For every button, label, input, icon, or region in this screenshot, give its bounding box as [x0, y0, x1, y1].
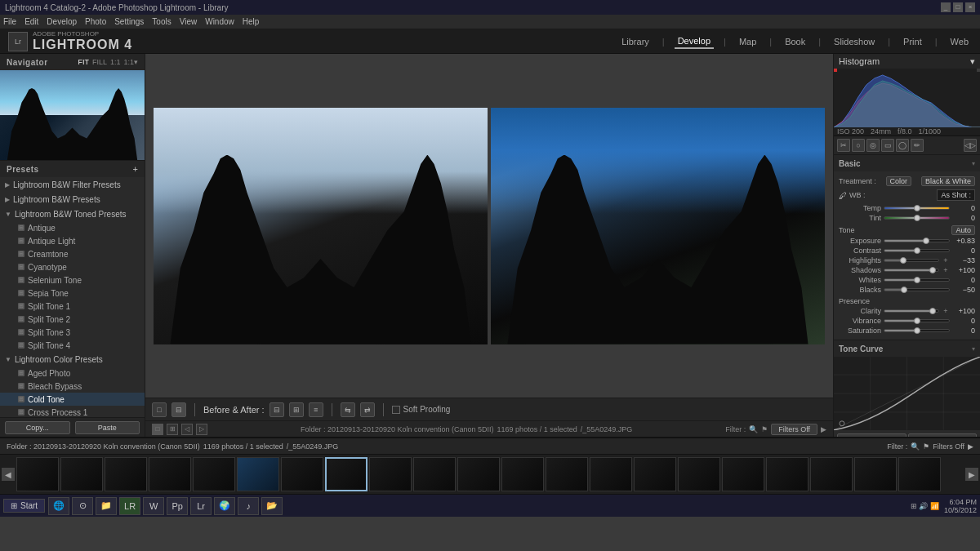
- menu-photo[interactable]: Photo: [85, 17, 106, 26]
- wb-eyedropper-icon[interactable]: 🖊: [839, 191, 847, 200]
- before-after-view-btn[interactable]: ◁▷: [964, 139, 977, 152]
- soft-proofing-toggle[interactable]: Soft Proofing: [392, 405, 451, 414]
- preset-group-header-color[interactable]: ▼ Lightroom Color Presets: [0, 352, 145, 367]
- tone-curve-canvas[interactable]: [834, 357, 980, 430]
- menu-view[interactable]: View: [180, 17, 198, 26]
- filmstrip-thumb-9[interactable]: [369, 457, 412, 491]
- presets-add-btn[interactable]: +: [133, 164, 138, 174]
- whites-thumb[interactable]: [914, 277, 920, 283]
- preset-item-bleach-bypass[interactable]: ⊞Bleach Bypass: [0, 380, 145, 393]
- color-btn[interactable]: Color: [886, 176, 912, 186]
- filmstrip-thumb-17[interactable]: [722, 457, 764, 491]
- shadows-thumb[interactable]: [929, 267, 936, 273]
- preset-item-selenium-tone[interactable]: ⊞Selenium Tone: [0, 273, 145, 287]
- loupe-view-btn[interactable]: □: [152, 402, 167, 417]
- tab-slideshow[interactable]: Slideshow: [831, 35, 878, 48]
- copy-button[interactable]: Copy...: [5, 421, 70, 434]
- menu-settings[interactable]: Settings: [114, 17, 144, 26]
- preset-item-cyanotype[interactable]: ⊞Cyanotype: [0, 260, 145, 273]
- before-after-btn-2[interactable]: ⊞: [289, 402, 304, 417]
- navigator-header[interactable]: Navigator FIT FILL 1:1 1:1▾: [0, 54, 145, 70]
- temp-track[interactable]: [884, 207, 950, 210]
- before-photo[interactable]: [154, 108, 488, 344]
- previous-button[interactable]: Previous: [837, 433, 906, 437]
- menu-window[interactable]: Window: [205, 17, 234, 26]
- maximize-btn[interactable]: □: [953, 2, 963, 12]
- menu-tools[interactable]: Tools: [152, 17, 171, 26]
- menu-help[interactable]: Help: [243, 17, 260, 26]
- filmstrip-thumb-15[interactable]: [634, 457, 676, 491]
- taskbar-icon-folder2[interactable]: 📂: [261, 497, 283, 515]
- filmstrip-thumb-21[interactable]: [898, 457, 941, 491]
- preset-group-header-bw-filter[interactable]: ▶ Lightroom B&W Filter Presets: [0, 177, 145, 192]
- filmstrip-thumb-12[interactable]: [501, 457, 544, 491]
- filmstrip-thumb-8[interactable]: [325, 457, 368, 491]
- filter-flag-icon[interactable]: ⚑: [761, 425, 768, 433]
- before-after-btn-3[interactable]: ≡: [309, 402, 323, 417]
- filmstrip-thumb-6[interactable]: [237, 457, 279, 491]
- fit-btn[interactable]: FIT: [78, 58, 89, 66]
- tint-track[interactable]: [884, 216, 950, 220]
- preset-item-split-tone-4[interactable]: ⊞Split Tone 4: [0, 339, 145, 352]
- presets-header[interactable]: Presets +: [0, 161, 145, 177]
- clarity-thumb[interactable]: [929, 308, 936, 314]
- highlights-track[interactable]: [884, 259, 939, 262]
- filmstrip-next-arrow[interactable]: ▶: [965, 468, 978, 481]
- reset-button[interactable]: Reset: [908, 433, 978, 437]
- preset-item-cross-process-1[interactable]: ⊞Cross Process 1: [0, 406, 145, 417]
- filmstrip-thumb-16[interactable]: [678, 457, 720, 491]
- view-prev-btn[interactable]: ◁: [181, 424, 193, 435]
- bw-btn[interactable]: Black & White: [921, 176, 975, 186]
- filmstrip-thumb-7[interactable]: [281, 457, 323, 491]
- vibrance-thumb[interactable]: [914, 318, 920, 324]
- highlights-thumb[interactable]: [900, 257, 906, 264]
- contrast-track[interactable]: [884, 249, 950, 252]
- blacks-thumb[interactable]: [901, 287, 907, 293]
- preset-item-antique-light[interactable]: ⊞Antique Light: [0, 234, 145, 247]
- taskbar-icon-lr2[interactable]: Lr: [190, 497, 212, 515]
- navigator-thumbnail[interactable]: [0, 70, 145, 160]
- spot-removal-tool[interactable]: ○: [852, 139, 865, 152]
- tab-web[interactable]: Web: [947, 35, 972, 48]
- filmstrip-thumb-11[interactable]: [457, 457, 500, 491]
- grad-filter-tool[interactable]: ▭: [881, 139, 894, 152]
- menu-file[interactable]: File: [3, 17, 16, 26]
- wb-value[interactable]: As Shot :: [937, 189, 975, 201]
- after-photo[interactable]: [491, 108, 825, 344]
- filter-off-label[interactable]: Filters Off: [933, 442, 964, 451]
- exposure-thumb[interactable]: [923, 238, 929, 244]
- preset-item-creamtone[interactable]: ⊞Creamtone: [0, 247, 145, 260]
- close-btn[interactable]: ×: [965, 2, 975, 12]
- preset-item-split-tone-2[interactable]: ⊞Split Tone 2: [0, 313, 145, 326]
- view-mode-grid[interactable]: ⊞: [167, 424, 178, 435]
- filter-expand-icon[interactable]: ▶: [821, 425, 826, 433]
- preset-group-header-bw-toned[interactable]: ▼ Lightroom B&W Toned Presets: [0, 207, 145, 221]
- view-mode-single[interactable]: □: [152, 424, 163, 435]
- preset-group-header-bw[interactable]: ▶ Lightroom B&W Presets: [0, 192, 145, 207]
- filter-expand-bar-icon[interactable]: ▶: [968, 442, 973, 451]
- fill-btn[interactable]: FILL: [92, 58, 107, 66]
- tint-thumb[interactable]: [914, 215, 920, 221]
- filmstrip-prev-arrow[interactable]: ◀: [2, 468, 15, 481]
- filmstrip-thumb-4[interactable]: [149, 457, 191, 491]
- blacks-track[interactable]: [884, 288, 950, 291]
- filmstrip-thumb-2[interactable]: [60, 457, 103, 491]
- tab-develop[interactable]: Develop: [675, 34, 714, 49]
- tab-map[interactable]: Map: [736, 35, 760, 48]
- taskbar-icon-browser[interactable]: 🌐: [48, 497, 69, 515]
- taskbar-icon-globe[interactable]: 🌍: [214, 497, 235, 515]
- filter-value[interactable]: Filters Off: [771, 424, 817, 435]
- tab-print[interactable]: Print: [900, 35, 925, 48]
- preset-item-sepia-tone[interactable]: ⊞Sepia Tone: [0, 287, 145, 300]
- view-next-btn[interactable]: ▷: [196, 424, 207, 435]
- compare-view-btn[interactable]: ⊟: [172, 402, 186, 417]
- taskbar-icon-lr[interactable]: LR: [119, 497, 140, 515]
- taskbar-icon-music[interactable]: ♪: [238, 497, 259, 515]
- crop-tool[interactable]: ✂: [837, 139, 850, 152]
- red-eye-tool[interactable]: ◎: [866, 139, 880, 152]
- filter-flag-bar-icon[interactable]: ⚑: [923, 442, 929, 451]
- filmstrip-thumb-20[interactable]: [854, 457, 897, 491]
- filmstrip-thumb-19[interactable]: [810, 457, 853, 491]
- filmstrip-thumb-10[interactable]: [413, 457, 456, 491]
- menu-edit[interactable]: Edit: [24, 17, 38, 26]
